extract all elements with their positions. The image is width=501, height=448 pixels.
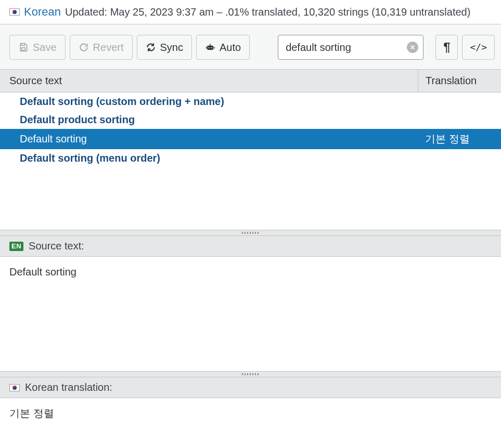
sync-icon xyxy=(146,42,156,52)
column-header: Source text Translation xyxy=(0,69,501,93)
flag-kr-icon xyxy=(9,384,20,391)
row-source: Default sorting xyxy=(0,132,418,146)
row-translation xyxy=(418,157,501,160)
code-icon: </> xyxy=(470,43,487,52)
translation-panel-label: Korean translation: xyxy=(25,381,112,393)
row-translation: 기본 정렬 xyxy=(418,131,501,147)
grip-icon xyxy=(242,232,260,234)
panel-resize-handle[interactable] xyxy=(0,371,501,377)
svg-rect-1 xyxy=(207,46,213,50)
source-text-display: Default sorting xyxy=(0,257,501,371)
revert-label: Revert xyxy=(93,42,124,52)
toolbar: Save Revert Sync Auto ¶ </> xyxy=(0,24,501,69)
header-meta: Updated: May 25, 2023 9:37 am – .01% tra… xyxy=(65,6,470,18)
toolbar-right: ¶ </> xyxy=(435,35,495,60)
table-row[interactable]: Default sorting (custom ordering + name) xyxy=(0,93,501,111)
string-list: Default sorting (custom ordering + name)… xyxy=(0,93,501,230)
panel-resize-handle[interactable] xyxy=(0,230,501,236)
clear-search-icon[interactable] xyxy=(407,42,418,53)
sync-label: Sync xyxy=(160,42,183,52)
save-icon xyxy=(18,42,29,52)
svg-point-4 xyxy=(211,47,212,48)
grip-icon xyxy=(242,373,260,375)
save-label: Save xyxy=(33,42,57,52)
translation-panel-header: Korean translation: xyxy=(0,377,501,398)
column-translation-label: Translation xyxy=(418,70,501,92)
row-source: Default product sorting xyxy=(0,113,418,127)
toggle-invisibles-button[interactable]: ¶ xyxy=(435,35,458,60)
svg-rect-6 xyxy=(214,47,215,48)
en-badge-icon: EN xyxy=(9,242,23,251)
row-source: Default sorting (menu order) xyxy=(0,151,418,165)
auto-label: Auto xyxy=(220,42,241,52)
svg-rect-2 xyxy=(210,44,211,45)
auto-button[interactable]: Auto xyxy=(196,35,250,60)
svg-rect-5 xyxy=(206,47,207,48)
pilcrow-icon: ¶ xyxy=(443,41,450,54)
source-panel-header: EN Source text: xyxy=(0,236,501,257)
column-source-label: Source text xyxy=(0,70,418,92)
svg-point-3 xyxy=(208,47,209,48)
sync-button[interactable]: Sync xyxy=(137,35,192,60)
revert-icon xyxy=(79,42,89,52)
table-row[interactable]: Default sorting 기본 정렬 xyxy=(0,129,501,149)
revert-button[interactable]: Revert xyxy=(70,35,133,60)
source-panel-label: Source text: xyxy=(29,240,84,252)
page-header: Korean Updated: May 25, 2023 9:37 am – .… xyxy=(0,0,501,24)
table-row[interactable]: Default sorting (menu order) xyxy=(0,149,501,167)
search-input[interactable] xyxy=(278,35,423,60)
svg-rect-0 xyxy=(22,48,25,50)
language-link[interactable]: Korean xyxy=(24,5,61,19)
save-button[interactable]: Save xyxy=(9,35,66,60)
translation-input[interactable]: 기본 정렬 xyxy=(0,398,501,429)
flag-kr-icon xyxy=(9,8,20,16)
row-source: Default sorting (custom ordering + name) xyxy=(0,95,418,109)
row-translation xyxy=(418,101,501,103)
search-wrap xyxy=(278,35,423,60)
robot-icon xyxy=(205,42,215,52)
toggle-code-view-button[interactable]: </> xyxy=(462,35,495,60)
table-row[interactable]: Default product sorting xyxy=(0,111,501,129)
row-translation xyxy=(418,119,501,121)
